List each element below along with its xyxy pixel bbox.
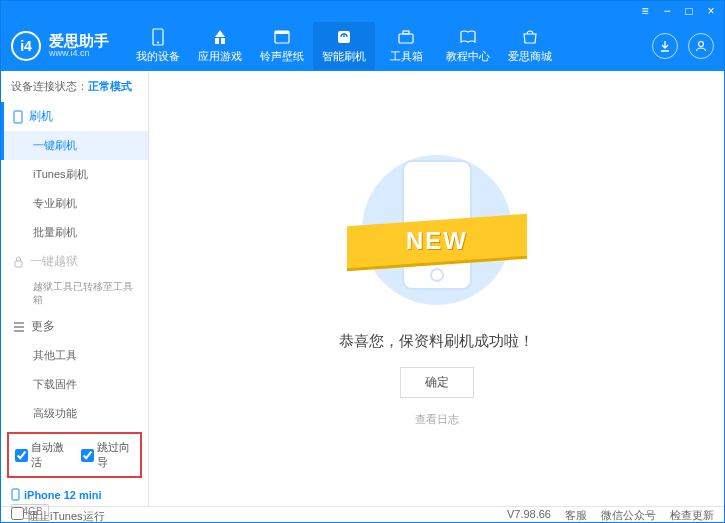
close-icon[interactable]: × — [704, 4, 718, 18]
nav-toolbox[interactable]: 工具箱 — [375, 22, 437, 70]
nav-flash[interactable]: 智能刷机 — [313, 22, 375, 70]
sidebar-sub-advanced[interactable]: 高级功能 — [1, 399, 148, 428]
svg-rect-9 — [15, 261, 22, 267]
nav-store[interactable]: 爱思商城 — [499, 22, 561, 70]
nav-label: 爱思商城 — [508, 49, 552, 64]
sidebar-group-flash[interactable]: 刷机 — [1, 102, 148, 131]
sidebar: 设备连接状态：正常模式 刷机 一键刷机 iTunes刷机 专业刷机 批量刷机 一… — [1, 71, 149, 506]
nav: 我的设备 应用游戏 铃声壁纸 智能刷机 工具箱 教程中心 — [127, 22, 652, 70]
header: i4 爱思助手 www.i4.cn 我的设备 应用游戏 铃声壁纸 智能刷机 — [1, 21, 724, 71]
sidebar-sub-firmware[interactable]: 下载固件 — [1, 370, 148, 399]
titlebar: ≡ − □ × — [1, 1, 724, 21]
phone-icon — [11, 488, 20, 501]
sidebar-sub-pro[interactable]: 专业刷机 — [1, 189, 148, 218]
maximize-icon[interactable]: □ — [682, 4, 696, 18]
app-url: www.i4.cn — [49, 49, 109, 59]
logo-icon: i4 — [11, 31, 41, 61]
svg-point-1 — [157, 42, 159, 44]
book-icon — [459, 28, 477, 46]
svg-rect-10 — [12, 489, 19, 500]
list-icon — [13, 322, 25, 332]
version-label: V7.98.66 — [507, 508, 551, 523]
header-actions — [652, 33, 714, 59]
nav-label: 应用游戏 — [198, 49, 242, 64]
flash-icon — [335, 28, 353, 46]
main-content: NEW 恭喜您，保资料刷机成功啦！ 确定 查看日志 — [149, 71, 724, 506]
apps-icon — [211, 28, 229, 46]
svg-rect-5 — [399, 34, 413, 43]
check-update-link[interactable]: 检查更新 — [670, 508, 714, 523]
sidebar-sub-itunes[interactable]: iTunes刷机 — [1, 160, 148, 189]
success-illustration: NEW — [357, 150, 517, 310]
nav-apps[interactable]: 应用游戏 — [189, 22, 251, 70]
block-itunes-checkbox[interactable]: 阻止iTunes运行 — [11, 507, 105, 523]
body: 设备连接状态：正常模式 刷机 一键刷机 iTunes刷机 专业刷机 批量刷机 一… — [1, 71, 724, 506]
wechat-link[interactable]: 微信公众号 — [601, 508, 656, 523]
view-log-link[interactable]: 查看日志 — [415, 412, 459, 427]
svg-rect-6 — [403, 31, 409, 34]
store-icon — [521, 28, 539, 46]
svg-rect-8 — [14, 111, 22, 123]
auto-activate-checkbox[interactable]: 自动激活 — [15, 440, 69, 470]
group-label: 刷机 — [29, 108, 53, 125]
logo: i4 爱思助手 www.i4.cn — [11, 31, 109, 61]
success-message: 恭喜您，保资料刷机成功啦！ — [339, 332, 534, 351]
app-name: 爱思助手 — [49, 33, 109, 50]
media-icon — [273, 28, 291, 46]
user-button[interactable] — [688, 33, 714, 59]
group-label: 一键越狱 — [30, 253, 78, 270]
nav-my-device[interactable]: 我的设备 — [127, 22, 189, 70]
group-label: 更多 — [31, 318, 55, 335]
nav-label: 铃声壁纸 — [260, 49, 304, 64]
nav-label: 我的设备 — [136, 49, 180, 64]
lock-icon — [13, 256, 24, 268]
conn-value: 正常模式 — [88, 80, 132, 92]
nav-label: 工具箱 — [390, 49, 423, 64]
sidebar-group-more[interactable]: 更多 — [1, 312, 148, 341]
sidebar-group-jailbreak: 一键越狱 — [1, 247, 148, 276]
phone-icon — [13, 110, 23, 124]
menu-icon[interactable]: ≡ — [638, 4, 652, 18]
toolbox-icon — [397, 28, 415, 46]
sidebar-sub-batch[interactable]: 批量刷机 — [1, 218, 148, 247]
nav-tutorials[interactable]: 教程中心 — [437, 22, 499, 70]
phone-icon — [149, 28, 167, 46]
conn-label: 设备连接状态： — [11, 80, 88, 92]
nav-label: 智能刷机 — [322, 49, 366, 64]
confirm-button[interactable]: 确定 — [400, 367, 474, 398]
nav-label: 教程中心 — [446, 49, 490, 64]
jailbreak-note: 越狱工具已转移至工具箱 — [1, 276, 148, 312]
checkbox-highlight-box: 自动激活 跳过向导 — [7, 432, 142, 478]
support-link[interactable]: 客服 — [565, 508, 587, 523]
svg-rect-3 — [275, 31, 289, 34]
connection-status: 设备连接状态：正常模式 — [1, 71, 148, 102]
app-window: ≡ − □ × i4 爱思助手 www.i4.cn 我的设备 应用游戏 铃声壁纸 — [0, 0, 725, 523]
minimize-icon[interactable]: − — [660, 4, 674, 18]
svg-point-7 — [699, 42, 704, 47]
device-name-text: iPhone 12 mini — [24, 489, 102, 501]
sidebar-sub-oneclick[interactable]: 一键刷机 — [1, 131, 148, 160]
nav-ringtones[interactable]: 铃声壁纸 — [251, 22, 313, 70]
download-button[interactable] — [652, 33, 678, 59]
skip-guide-checkbox[interactable]: 跳过向导 — [81, 440, 135, 470]
sidebar-sub-other[interactable]: 其他工具 — [1, 341, 148, 370]
